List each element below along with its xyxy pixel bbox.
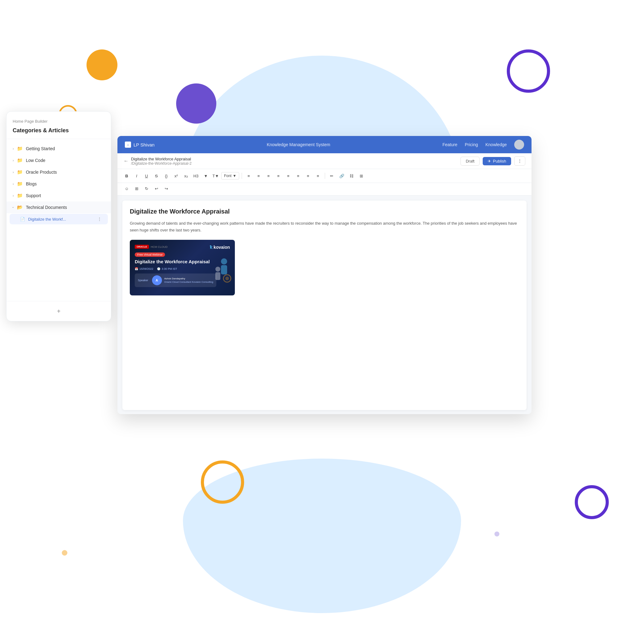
article-body[interactable]: Growing demand of talents and the ever-c… bbox=[130, 220, 519, 234]
toolbar-image[interactable]: ⊞ bbox=[132, 184, 141, 193]
sidebar-item-technical-docs[interactable]: › 📂 Technical Documents bbox=[6, 201, 111, 213]
publish-button[interactable]: ✈ Publish bbox=[483, 157, 511, 165]
nav-link-knowledge[interactable]: Knowledge bbox=[485, 142, 507, 147]
nav-center-title: Knowledge Management System bbox=[155, 142, 443, 147]
toolbar-edit[interactable]: ✏ bbox=[328, 172, 336, 180]
toolbar-align-indent[interactable]: ≡ bbox=[314, 172, 322, 180]
toolbar-redo[interactable]: ↻ bbox=[142, 184, 151, 193]
breadcrumb-bar: ← Digitalize the Workforce Appraisal /Di… bbox=[117, 153, 532, 169]
toolbar-align-left[interactable]: ≡ bbox=[264, 172, 273, 180]
sidebar-subitem-digitalize[interactable]: 📄 Digitalize the Workf... ⋮ bbox=[10, 214, 108, 224]
sidebar-item-label: Oracle Products bbox=[26, 170, 57, 175]
free-webinar-tag: Free Virtual Webinar bbox=[135, 252, 165, 257]
nav-right: Feature Pricing Knowledge bbox=[443, 140, 524, 150]
add-button[interactable]: + bbox=[54, 306, 64, 316]
svg-point-2 bbox=[215, 267, 220, 272]
folder-icon: 📁 bbox=[17, 169, 23, 175]
speaker-name: Ashok Dandapathy bbox=[164, 277, 213, 280]
folder-icon: 📁 bbox=[17, 193, 23, 198]
editor-toolbar-row2: ☺ ⊞ ↻ ↩ ↪ bbox=[117, 183, 532, 196]
hcm-text: HCM CLOUD bbox=[151, 245, 168, 248]
svg-point-0 bbox=[221, 258, 227, 265]
chevron-right-icon: › bbox=[13, 182, 14, 186]
toolbar-list-number[interactable]: ≡ bbox=[254, 172, 263, 180]
toolbar-link[interactable]: 🔗 bbox=[337, 172, 346, 180]
toolbar-strikethrough[interactable]: S bbox=[152, 172, 161, 180]
sidebar-item-blogs[interactable]: › 📁 Blogs bbox=[6, 178, 111, 190]
toolbar-unlink[interactable]: ⛓ bbox=[347, 172, 356, 180]
speaker-role: Oracle Cloud Consultant Kovaion Consulti… bbox=[164, 280, 213, 284]
sidebar-panel: Home Page Builder Categories & Articles … bbox=[6, 111, 111, 321]
toolbar-bold[interactable]: B bbox=[122, 172, 131, 180]
document-icon: 📄 bbox=[20, 217, 25, 222]
editor-toolbar: B I U S {} x² x₂ H3 ▼ T▼ Font ▼ ≡ ≡ ≡ ≡ … bbox=[117, 169, 532, 183]
date-text: 15/09/2022 bbox=[139, 267, 153, 270]
publish-label: Publish bbox=[493, 159, 506, 163]
active-item-label: Digitalize the Workf... bbox=[28, 217, 94, 222]
toolbar-redo2[interactable]: ↪ bbox=[162, 184, 171, 193]
toolbar-embed[interactable]: ⊞ bbox=[357, 172, 366, 180]
svg-rect-3 bbox=[215, 272, 220, 280]
webinar-banner: ORACLE HCM CLOUD Free Virtual Webinar Di… bbox=[130, 240, 235, 295]
more-button[interactable]: ⋮ bbox=[514, 156, 525, 166]
breadcrumb-right: Draft ✈ Publish ⋮ bbox=[460, 156, 525, 166]
sidebar-item-label: Technical Documents bbox=[26, 205, 67, 210]
orange-solid-circle bbox=[87, 49, 117, 80]
breadcrumb-subtitle: /Digitalize-the-Workforce-Appraisal-2 bbox=[131, 161, 192, 166]
clock-icon: 🕐 bbox=[157, 267, 160, 270]
toolbar-more-text[interactable]: ▼ bbox=[201, 172, 210, 180]
breadcrumb-left: ← Digitalize the Workforce Appraisal /Di… bbox=[124, 157, 192, 166]
sidebar-item-support[interactable]: › 📁 Support bbox=[6, 190, 111, 201]
toolbar-align-center[interactable]: ≡ bbox=[284, 172, 293, 180]
draft-button[interactable]: Draft bbox=[460, 157, 480, 166]
back-button[interactable]: ← bbox=[124, 158, 129, 164]
banner-time: 🕐 3:30 PM IST bbox=[157, 267, 177, 270]
time-text: 3:30 PM IST bbox=[162, 267, 177, 270]
context-menu-icon[interactable]: ⋮ bbox=[97, 217, 102, 222]
toolbar-underline[interactable]: U bbox=[142, 172, 151, 180]
calendar-icon: 📅 bbox=[135, 267, 138, 270]
nav-bar: ⌂ LP Shivan Knowledge Management System … bbox=[117, 136, 532, 153]
sidebar-heading: Categories & Articles bbox=[13, 127, 105, 134]
font-label: Font bbox=[224, 174, 231, 178]
sidebar-footer: + bbox=[6, 301, 111, 321]
toolbar-separator-1 bbox=[242, 173, 242, 179]
blob-bottom bbox=[183, 459, 461, 613]
toolbar-emoji[interactable]: ☺ bbox=[122, 184, 131, 193]
font-dropdown-arrow: ▼ bbox=[233, 174, 236, 178]
sidebar-item-label: Blogs bbox=[26, 181, 37, 186]
sidebar-item-label: Low Code bbox=[26, 158, 45, 163]
toolbar-text-style[interactable]: T▼ bbox=[211, 172, 220, 180]
editor-content[interactable]: Digitalize the Workforce Appraisal Growi… bbox=[122, 201, 527, 410]
nav-avatar[interactable] bbox=[514, 140, 524, 150]
sidebar-item-label: Getting Started bbox=[26, 146, 55, 151]
chevron-down-icon: › bbox=[11, 207, 15, 208]
toolbar-align-right[interactable]: ≡ bbox=[294, 172, 303, 180]
toolbar-list-bullet[interactable]: ≡ bbox=[244, 172, 253, 180]
toolbar-heading[interactable]: H3 bbox=[192, 172, 200, 180]
toolbar-subscript[interactable]: x₂ bbox=[182, 172, 190, 180]
nav-link-pricing[interactable]: Pricing bbox=[465, 142, 478, 147]
folder-icon: 📁 bbox=[17, 181, 23, 187]
sidebar-item-getting-started[interactable]: › 📁 Getting Started bbox=[6, 143, 111, 155]
toolbar-font-selector[interactable]: Font ▼ bbox=[221, 172, 239, 180]
kovaion-logo: ꝁ kovaion bbox=[210, 245, 230, 250]
toolbar-align-justify[interactable]: ≡ bbox=[304, 172, 312, 180]
sidebar-item-oracle-products[interactable]: › 📁 Oracle Products bbox=[6, 166, 111, 178]
folder-icon: 📁 bbox=[17, 146, 23, 151]
toolbar-superscript[interactable]: x² bbox=[172, 172, 180, 180]
chevron-right-icon: › bbox=[13, 170, 14, 174]
speaker-label: Speaker bbox=[138, 279, 148, 282]
toolbar-undo[interactable]: ↩ bbox=[152, 184, 161, 193]
editor-area: Digitalize the Workforce Appraisal Growi… bbox=[117, 196, 532, 414]
oracle-badge: ORACLE bbox=[135, 245, 149, 249]
sidebar-item-label: Support bbox=[26, 193, 41, 198]
toolbar-align-outdent[interactable]: ≡ bbox=[274, 172, 283, 180]
sidebar-item-low-code[interactable]: › 📁 Low Code bbox=[6, 155, 111, 166]
nav-link-feature[interactable]: Feature bbox=[443, 142, 457, 147]
nav-brand: LP Shivan bbox=[133, 142, 155, 147]
toolbar-code[interactable]: {} bbox=[162, 172, 171, 180]
toolbar-separator-2 bbox=[325, 173, 325, 179]
toolbar-italic[interactable]: I bbox=[132, 172, 141, 180]
kovaion-text: kovaion bbox=[214, 245, 230, 250]
